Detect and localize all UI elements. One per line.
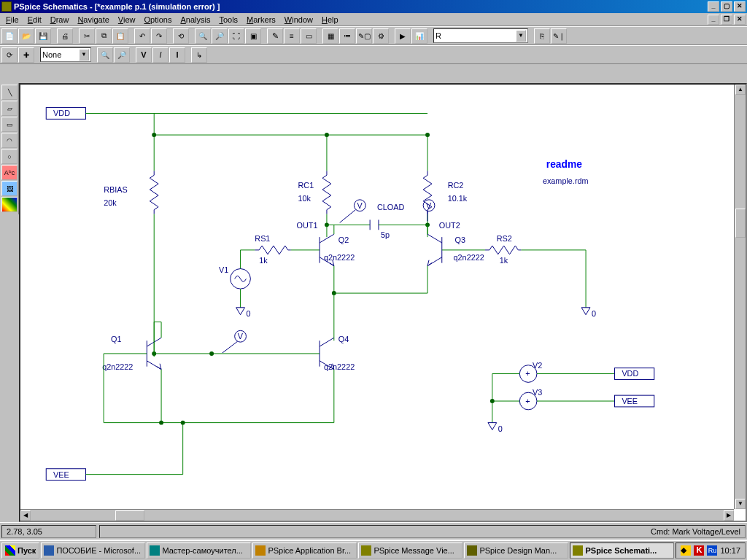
tray-lang-icon[interactable]: Ru xyxy=(707,545,717,556)
scrollbar-vertical[interactable]: ▲ ▼ xyxy=(734,85,746,509)
menu-analysis[interactable]: Analysis xyxy=(176,15,214,25)
copy-button[interactable]: ⧉ xyxy=(96,28,112,44)
task-label: ПОСОБИЕ - Microsof... xyxy=(56,546,141,555)
mdi-restore-button[interactable]: ❐ xyxy=(721,15,732,25)
print-button[interactable]: 🖨 xyxy=(57,28,73,44)
status-command: Cmd: Mark Voltage/Level xyxy=(99,525,746,538)
scroll-up-icon[interactable]: ▲ xyxy=(735,85,746,95)
task-icon xyxy=(255,545,266,556)
scroll-thumb-h[interactable] xyxy=(115,510,144,521)
undo-button[interactable]: ↶ xyxy=(134,28,150,44)
setup-button[interactable]: ⚙ xyxy=(373,28,389,44)
menu-tools[interactable]: Tools xyxy=(214,15,242,25)
canvas-wrap: VDD VEE RBIAS 20k RC1 10k OUT1 RC2 10.1k xyxy=(19,83,747,522)
simulate-button[interactable]: ▶ xyxy=(395,28,411,44)
zoom-area-button[interactable]: ⛶ xyxy=(228,28,244,44)
menu-window[interactable]: Window xyxy=(280,15,317,25)
polyline-tool[interactable]: ▱ xyxy=(1,101,18,116)
marker-combo[interactable]: None ▼ xyxy=(40,47,91,62)
task-label: PSpice Message Vie... xyxy=(374,546,454,555)
toolbar-main: 📄 📂 💾 🖨 ✂ ⧉ 📋 ↶ ↷ ⟲ 🔍 🔎 ⛶ ▣ ✎ ≡ ▭ ▦ ≔ ✎▢… xyxy=(0,26,747,45)
part-name-combo[interactable]: R ▼ xyxy=(433,28,528,43)
svg-text:VDD: VDD xyxy=(622,369,638,378)
taskbar-task[interactable]: PSpice Message Vie... xyxy=(358,542,462,559)
symbol-editor-button[interactable]: ✎▢ xyxy=(356,28,372,44)
maximize-button[interactable]: ▢ xyxy=(721,1,732,12)
menu-draw[interactable]: Draw xyxy=(46,15,74,25)
svg-text:0: 0 xyxy=(592,309,596,318)
menu-file[interactable]: File xyxy=(1,15,23,25)
schematic-canvas[interactable]: VDD VEE RBIAS 20k RC1 10k OUT1 RC2 10.1k xyxy=(20,85,734,509)
scroll-down-icon[interactable]: ▼ xyxy=(735,499,746,509)
taskbar-task[interactable]: PSpice Application Br... xyxy=(252,542,357,559)
scroll-left-icon[interactable]: ◀ xyxy=(20,510,31,521)
menu-help[interactable]: Help xyxy=(317,15,343,25)
taskbar-task[interactable]: ПОСОБИЕ - Microsof... xyxy=(41,542,145,559)
zoom-out-button[interactable]: 🔎 xyxy=(212,28,228,44)
system-tray[interactable]: ◆ K Ru 10:17 xyxy=(676,542,746,559)
place-part-button[interactable]: ⎘ xyxy=(534,28,550,44)
draw-bus-button[interactable]: ≡ xyxy=(284,28,300,44)
redraw-button[interactable]: ⟲ xyxy=(173,28,189,44)
new-button[interactable]: 📄 xyxy=(1,28,18,44)
arc-tool[interactable]: ◠ xyxy=(1,133,18,148)
menu-markers[interactable]: Markers xyxy=(242,15,280,25)
start-button[interactable]: Пуск xyxy=(1,542,39,559)
scroll-right-icon[interactable]: ▶ xyxy=(724,510,734,521)
svg-text:q2n2222: q2n2222 xyxy=(324,253,355,262)
text-tool[interactable]: Aᵇc xyxy=(1,165,18,180)
cross-button[interactable]: ✚ xyxy=(18,47,34,63)
open-button[interactable]: 📂 xyxy=(18,28,34,44)
tray-icon[interactable]: ◆ xyxy=(681,545,691,556)
marker-i-button[interactable]: I xyxy=(152,47,169,63)
zoom-in-button[interactable]: 🔍 xyxy=(195,28,211,44)
menu-edit[interactable]: Edit xyxy=(23,15,46,25)
scroll-thumb-v[interactable] xyxy=(735,209,746,238)
taskbar-task[interactable]: Мастер-самоучител... xyxy=(147,542,251,559)
line-tool[interactable]: ╲ xyxy=(1,85,18,100)
svg-text:20k: 20k xyxy=(104,198,117,207)
svg-text:V: V xyxy=(357,201,363,210)
textbox-button[interactable]: ▭ xyxy=(301,28,317,44)
redo-button[interactable]: ↷ xyxy=(151,28,167,44)
combo-arrow-icon[interactable]: ▼ xyxy=(516,30,526,42)
rect-tool[interactable]: ▭ xyxy=(1,117,18,132)
save-button[interactable]: 💾 xyxy=(35,28,51,44)
task-icon xyxy=(361,545,371,556)
menu-navigate[interactable]: Navigate xyxy=(73,15,113,25)
paste-button[interactable]: 📋 xyxy=(112,28,128,44)
zoom-fit-button[interactable]: ▣ xyxy=(245,28,261,44)
pencil-icon: ✎ xyxy=(272,31,279,41)
draw-wire-button[interactable]: ✎ xyxy=(267,28,283,44)
menu-options[interactable]: Options xyxy=(140,15,177,25)
tray-kav-icon[interactable]: K xyxy=(694,545,704,556)
attributes-button[interactable]: ≔ xyxy=(339,28,355,44)
color-tool[interactable] xyxy=(1,197,18,212)
refresh-button[interactable]: ⟳ xyxy=(1,47,18,63)
mdi-close-button[interactable]: ✕ xyxy=(734,15,746,25)
cut-button[interactable]: ✂ xyxy=(79,28,95,44)
windows-flag-icon xyxy=(5,545,15,556)
menu-view[interactable]: View xyxy=(114,15,140,25)
close-button[interactable]: ✕ xyxy=(734,1,746,12)
get-part-button[interactable]: ▦ xyxy=(322,28,338,44)
scrollbar-horizontal[interactable]: ◀ ▶ xyxy=(20,509,734,521)
marker-v-button[interactable]: V xyxy=(136,47,152,63)
insert-pic-tool[interactable]: 🖼 xyxy=(1,181,18,196)
minimize-button[interactable]: _ xyxy=(708,1,719,12)
combo-arrow-icon[interactable]: ▼ xyxy=(79,49,89,61)
circle-tool[interactable]: ○ xyxy=(1,149,18,164)
svg-text:0: 0 xyxy=(498,424,503,433)
mdi-minimize-button[interactable]: _ xyxy=(708,15,719,25)
results-button[interactable]: 📊 xyxy=(411,28,427,44)
zoom-in2-button[interactable]: 🔍 xyxy=(97,47,113,63)
svg-text:OUT2: OUT2 xyxy=(439,221,460,230)
edit-attr-button[interactable]: ✎❘ xyxy=(551,28,567,44)
svg-point-56 xyxy=(490,399,495,403)
zoom-out2-button[interactable]: 🔎 xyxy=(114,47,130,63)
taskbar-task[interactable]: PSpice Design Man... xyxy=(464,542,568,559)
marker-i2-button[interactable]: I xyxy=(169,47,185,63)
enable-button[interactable]: ↳ xyxy=(191,47,207,63)
part-name-value: R xyxy=(436,31,441,40)
taskbar-task[interactable]: PSpice Schemati... xyxy=(570,542,674,559)
